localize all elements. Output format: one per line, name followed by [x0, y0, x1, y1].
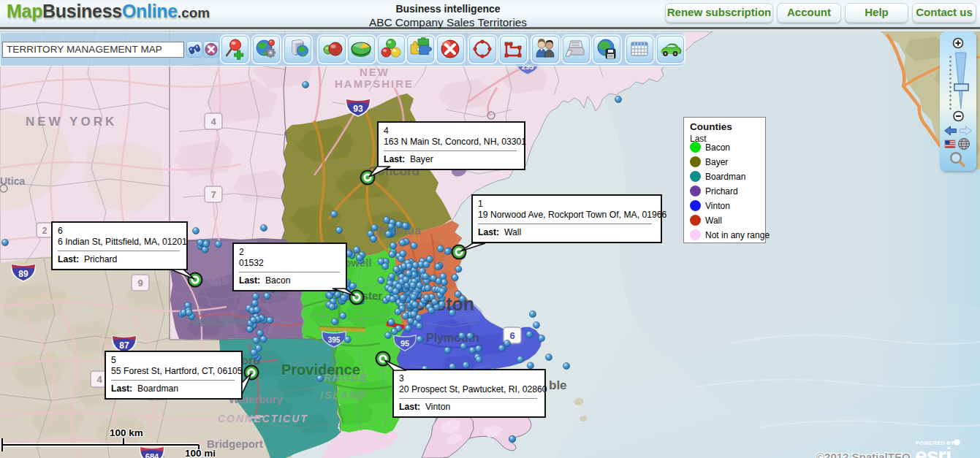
svg-text:ble: ble [549, 378, 567, 392]
svg-text:esri: esri [915, 443, 951, 458]
svg-text:684: 684 [145, 452, 159, 458]
svg-text:MAS: MAS [207, 276, 228, 287]
svg-text:ISLAND: ISLAND [320, 389, 367, 401]
svg-text:4: 4 [96, 374, 102, 385]
svg-text:NEW: NEW [360, 66, 390, 78]
svg-text:RHODE: RHODE [324, 372, 368, 383]
svg-text:95: 95 [400, 339, 409, 348]
svg-text:6: 6 [509, 330, 514, 341]
svg-text:NEW YORK: NEW YORK [26, 115, 117, 129]
svg-text:87: 87 [119, 340, 129, 351]
svg-text:89: 89 [18, 269, 29, 279]
svg-text:2: 2 [42, 226, 48, 236]
svg-text:4: 4 [210, 116, 216, 127]
svg-text:7: 7 [210, 189, 216, 200]
svg-text:9: 9 [137, 278, 143, 289]
svg-text:Bridgeport: Bridgeport [207, 438, 263, 450]
svg-text:Springfield: Springfield [192, 314, 249, 327]
svg-text:93: 93 [353, 104, 363, 114]
svg-text:CONNECTICUT: CONNECTICUT [218, 413, 308, 424]
svg-text:395: 395 [328, 336, 341, 344]
svg-text:HAMPSHIRE: HAMPSHIRE [335, 77, 414, 90]
